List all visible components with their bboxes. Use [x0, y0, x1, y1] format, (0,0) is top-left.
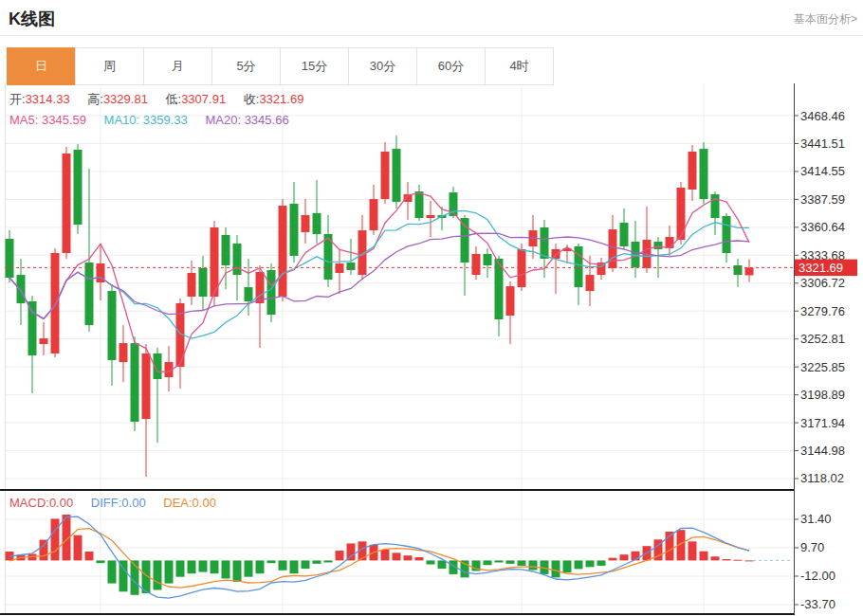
dea-value: 0.00: [193, 496, 216, 510]
macd-legend: MACD:0.00 DIFF:0.00 DEA:0.00: [9, 496, 230, 510]
svg-text:3414.55: 3414.55: [800, 164, 845, 178]
open-value: 3314.33: [26, 92, 70, 106]
high-value: 3329.81: [103, 92, 148, 106]
dea-label: DEA:: [163, 496, 192, 510]
high-label: 高:: [87, 92, 103, 106]
svg-text:3387.59: 3387.59: [800, 192, 845, 207]
svg-text:3198.89: 3198.89: [800, 388, 845, 402]
ma5-value: 3345.59: [42, 113, 86, 127]
ma10-value: 3359.33: [143, 113, 188, 127]
ma20-value: 3345.66: [245, 113, 289, 127]
tab-week[interactable]: 周: [75, 47, 144, 85]
svg-text:3321.69: 3321.69: [799, 261, 843, 275]
ma10-label: MA10:: [104, 113, 140, 127]
close-value: 3321.69: [259, 92, 303, 106]
diff-value: 0.00: [121, 496, 145, 510]
kline-widget: 3468.463441.513414.553387.593360.643333.…: [0, 0, 863, 616]
svg-text:3252.81: 3252.81: [800, 332, 845, 346]
ma5-label: MA5:: [9, 113, 38, 127]
svg-text:31.40: 31.40: [800, 512, 832, 526]
svg-text:-12.00: -12.00: [800, 569, 835, 583]
svg-text:3118.02: 3118.02: [800, 471, 844, 485]
current-price-badge: 3321.69: [795, 260, 857, 277]
diff-label: DIFF:: [91, 496, 122, 510]
svg-text:3225.85: 3225.85: [800, 360, 845, 374]
svg-text:9.70: 9.70: [800, 540, 824, 554]
tab-4hour[interactable]: 4时: [485, 47, 554, 85]
tab-day[interactable]: 日: [7, 47, 76, 85]
svg-text:3171.94: 3171.94: [800, 416, 845, 430]
low-value: 3307.91: [181, 92, 226, 106]
tab-60min[interactable]: 60分: [416, 47, 486, 85]
macd-label: MACD:: [9, 496, 49, 510]
close-label: 收:: [244, 92, 260, 106]
svg-text:3441.51: 3441.51: [800, 136, 845, 151]
svg-text:-33.70: -33.70: [800, 597, 835, 611]
fundamental-analysis-link[interactable]: 基本面分析>: [794, 11, 857, 27]
low-label: 低:: [166, 92, 182, 106]
tab-15min[interactable]: 15分: [280, 47, 349, 85]
tab-30min[interactable]: 30分: [348, 47, 417, 85]
svg-text:3279.76: 3279.76: [800, 304, 845, 318]
tab-month[interactable]: 月: [143, 47, 212, 85]
main-chart-area[interactable]: [5, 83, 794, 489]
ma-legend: MA5: 3345.59 MA10: 3359.33 MA20: 3345.66: [9, 113, 303, 127]
page-title: K线图: [9, 8, 55, 30]
tab-5min[interactable]: 5分: [211, 47, 281, 85]
price-axis-labels: 3468.463441.513414.553387.593360.643333.…: [794, 109, 845, 486]
header-divider: [0, 35, 863, 36]
ma20-label: MA20:: [205, 113, 241, 127]
period-tabbar: 日周月5分15分30分60分4时: [8, 47, 554, 85]
macd-axis-labels: 31.409.70-12.00-33.70: [794, 512, 835, 611]
macd-value: 0.00: [49, 496, 73, 510]
open-label: 开:: [9, 92, 26, 106]
svg-text:3360.64: 3360.64: [800, 220, 845, 234]
svg-text:3144.98: 3144.98: [800, 444, 845, 458]
macd-chart-area[interactable]: [5, 492, 794, 613]
svg-text:3306.72: 3306.72: [800, 276, 845, 290]
svg-text:3468.46: 3468.46: [800, 109, 845, 123]
ohlc-legend: 开:3314.33 高:3329.81 低:3307.91 收:3321.69: [9, 91, 318, 108]
